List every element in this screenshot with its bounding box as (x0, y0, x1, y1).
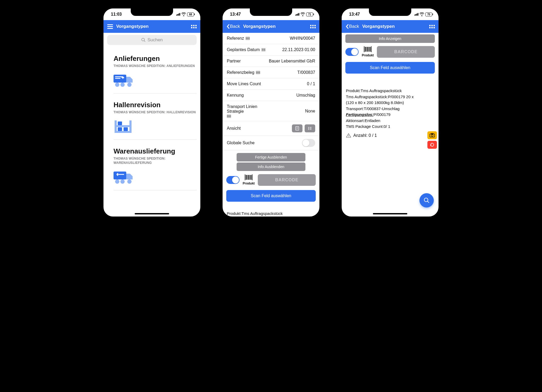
battery-icon: 71 (306, 12, 313, 16)
label: Transport Linien Strategie (227, 104, 269, 114)
header-title: Vorgangstypen (362, 24, 395, 29)
produkt-indicator: Produkt (362, 47, 374, 57)
signal-icon (176, 13, 180, 16)
status-time: 11:03 (111, 12, 122, 17)
apps-grid-icon[interactable] (191, 25, 197, 28)
home-indicator[interactable] (373, 213, 407, 214)
produkt-indicator: Produkt (243, 175, 255, 185)
svg-point-5 (127, 83, 132, 87)
search-icon (423, 197, 430, 204)
phone-1: 11:03 68 Vorgangstypen Suchen Anlieferun… (100, 5, 204, 220)
barcode-icon (243, 175, 255, 181)
scan-feld-button[interactable]: Scan Feld auswählen (226, 190, 316, 202)
content: Referenz WH/IN/00047 Geplantes Datum 22.… (223, 33, 319, 217)
phone-2: 13:47 71 Back Vorgangstypen Referenz WH/… (219, 5, 323, 220)
info-line-fertigungslos: Fertigungslos:P/000179 (346, 112, 434, 118)
svg-point-16 (127, 179, 132, 184)
view-list-button[interactable] (305, 124, 315, 132)
row-globale-suche: Globale Suche (223, 136, 319, 150)
svg-point-30 (431, 135, 433, 137)
svg-line-1 (144, 40, 145, 42)
back-button[interactable]: Back (226, 24, 240, 29)
apps-grid-icon[interactable] (310, 25, 316, 28)
search-icon (141, 38, 146, 42)
floating-action-buttons (427, 131, 437, 149)
row-transport-strategie[interactable]: Transport Linien Strategie None (223, 101, 319, 121)
camera-icon (430, 133, 435, 137)
info-line: Aktionsart:Entladen (346, 118, 434, 124)
type-item-hallenrevision[interactable]: Hallenrevision THOMAS WÜNSCHE SPEDITION:… (114, 93, 197, 140)
svg-line-33 (427, 201, 429, 203)
label: Globale Suche (227, 141, 255, 145)
notch (250, 8, 292, 16)
global-search-toggle[interactable] (302, 139, 315, 147)
notch (369, 8, 411, 16)
label: Ansicht (227, 126, 241, 131)
value: Bauer Lebensmittel GbR (269, 59, 315, 64)
svg-point-0 (142, 38, 144, 41)
value: None (305, 109, 315, 114)
svg-point-23 (308, 129, 309, 130)
row-referenzbeleg[interactable]: Referenzbeleg T/000837 (223, 67, 319, 78)
barcode-icon (362, 47, 374, 53)
status-right: 70 (414, 12, 432, 16)
barcode-toggle[interactable] (345, 48, 359, 56)
barcode-icon (246, 37, 250, 40)
info-line: TMS Package Count:0/ 1 (346, 124, 434, 130)
document-icon (295, 126, 300, 131)
label: Referenzbeleg (227, 70, 254, 75)
back-button[interactable]: Back (345, 24, 359, 29)
battery-icon: 70 (425, 12, 432, 16)
svg-rect-8 (115, 125, 132, 127)
barcode-input[interactable]: BARCODE (377, 46, 435, 58)
status-right: 68 (176, 12, 194, 16)
info-line: Produkt:Tms Auftragspackstück (227, 211, 315, 217)
type-item-anlieferungen[interactable]: Anlieferungen THOMAS WÜNSCHE SPEDITION: … (114, 47, 197, 93)
shelf-icon (114, 119, 197, 135)
value: 22.11.2023 01:00 (282, 47, 315, 52)
home-indicator[interactable] (135, 213, 169, 214)
type-item-warenauslieferung[interactable]: Warenauslieferung THOMAS WÜNSCHE SPEDITI… (114, 140, 197, 191)
row-partner[interactable]: Partner Bauer Lebensmittel GbR (223, 56, 319, 67)
camera-button[interactable] (427, 131, 437, 139)
value: WH/IN/00047 (290, 36, 315, 41)
chevron-left-icon (226, 24, 230, 29)
type-title: Warenauslieferung (114, 147, 197, 155)
barcode-toggle[interactable] (226, 176, 240, 184)
list-icon (308, 126, 312, 131)
svg-rect-12 (124, 127, 128, 131)
truck-out-icon (114, 170, 197, 185)
fertige-ausblenden-button[interactable]: Fertige Ausblenden (237, 153, 305, 161)
info-ausblenden-button[interactable]: Info Ausblenden (237, 163, 305, 171)
header-title: Vorgangstypen (243, 24, 275, 29)
status-time: 13:47 (349, 12, 360, 17)
type-subtitle: THOMAS WÜNSCHE SPEDITION: ANLIEFERUNGEN (114, 64, 197, 68)
produkt-label: Produkt (243, 182, 255, 185)
row-referenz[interactable]: Referenz WH/IN/00047 (223, 33, 319, 44)
info-text: Produkt:Tms Auftragspackstück Tms Auftra… (342, 86, 439, 131)
scan-feld-button[interactable]: Scan Feld auswählen (345, 62, 435, 74)
value: Umschlag (296, 93, 315, 98)
row-geplantes-datum[interactable]: Geplantes Datum 22.11.2023 01:00 (223, 44, 319, 56)
svg-point-14 (115, 179, 119, 184)
app-header: Back Vorgangstypen (223, 20, 319, 33)
status-time: 13:47 (230, 12, 241, 17)
apps-grid-icon[interactable] (429, 25, 435, 28)
barcode-input[interactable]: BARCODE (258, 174, 316, 186)
value: 0 / 1 (307, 82, 315, 86)
row-kennung[interactable]: Kennung Umschlag (223, 90, 319, 101)
refresh-button[interactable] (427, 141, 437, 149)
svg-rect-11 (118, 127, 122, 131)
svg-point-3 (115, 83, 119, 87)
svg-point-22 (308, 128, 309, 129)
row-move-lines[interactable]: Move Lines Count 0 / 1 (223, 78, 319, 90)
search-input[interactable]: Suchen (107, 35, 197, 45)
view-doc-button[interactable] (292, 124, 302, 132)
svg-point-28 (348, 136, 349, 137)
info-anzeigen-button[interactable]: Info Anzeigen (345, 34, 435, 43)
menu-icon[interactable] (107, 24, 113, 29)
wifi-icon (181, 12, 186, 16)
search-placeholder: Suchen (147, 37, 163, 43)
type-subtitle: THOMAS WÜNSCHE SPEDITION: HALLENREVISION (114, 110, 197, 115)
search-fab[interactable] (419, 193, 434, 208)
